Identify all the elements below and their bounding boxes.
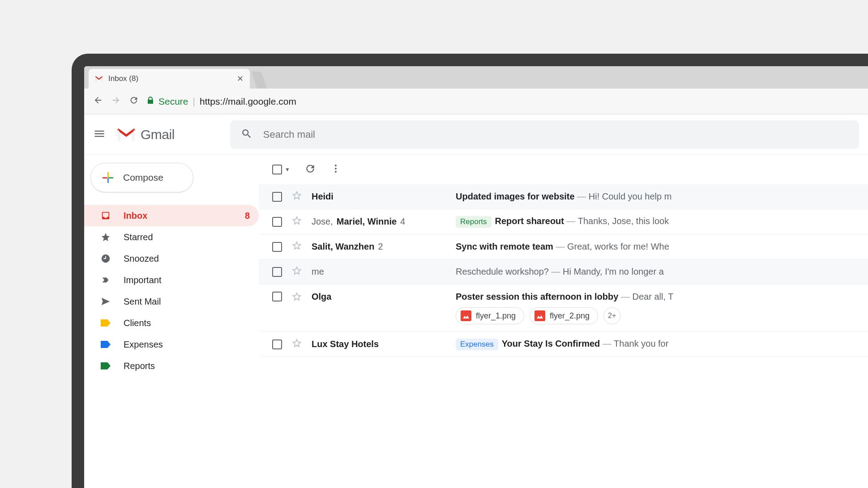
email-snippet: Hi Mandy, I'm no longer a [563,267,664,276]
star-icon[interactable] [292,216,302,228]
sidebar-item-snoozed[interactable]: Snoozed [84,248,259,269]
clock-icon [100,254,111,263]
gmail-header: Gmail [84,115,868,155]
email-body: Poster session this afternoon in lobby —… [456,292,855,324]
back-button[interactable] [93,95,103,107]
search-bar[interactable] [230,120,859,149]
email-checkbox[interactable] [272,292,282,301]
label-icon [100,319,111,327]
category-label: Expenses [456,339,498,350]
star-icon[interactable] [292,241,302,253]
sidebar-item-clients[interactable]: Clients [84,312,259,334]
lock-icon [147,96,154,107]
email-subject: Your Stay Is Confirmed [502,339,600,348]
sidebar-item-starred[interactable]: Starred [84,226,259,248]
new-tab-button[interactable] [252,72,267,89]
email-body: Updated images for website — Hi! Could y… [456,191,855,202]
important-icon [100,275,111,285]
email-sender: Olga [312,292,446,302]
chevron-down-icon: ▼ [285,166,290,173]
email-body: Sync with remote team — Great, works for… [456,242,855,252]
browser-address-bar: Secure | https://mail.google.com [84,89,868,115]
more-button[interactable] [330,163,341,176]
attachments: flyer_1.pngflyer_2.png2+ [456,307,855,324]
sidebar: Compose Inbox8StarredSnoozedImportantSen… [84,155,259,488]
email-row[interactable]: Lux Stay HotelsExpensesYour Stay Is Conf… [259,332,868,357]
email-list: HeidiUpdated images for website — Hi! Co… [259,184,868,357]
search-icon [241,128,252,141]
more-attachments[interactable]: 2+ [603,307,620,324]
email-snippet: Thank you for [614,339,668,348]
svg-point-2 [335,171,337,173]
gmail-logo[interactable]: Gmail [116,127,175,142]
email-checkbox[interactable] [272,267,282,277]
reload-button[interactable] [129,95,139,107]
nav-label: Starred [124,232,153,242]
sidebar-item-important[interactable]: Important [84,269,259,291]
tab-title: Inbox (8) [108,74,138,83]
close-tab-icon[interactable]: ✕ [237,74,244,84]
email-row[interactable]: OlgaPoster session this afternoon in lob… [259,284,868,332]
email-snippet: Thanks, Jose, this look [578,216,669,226]
email-checkbox[interactable] [272,192,282,202]
email-row[interactable]: Jose, Mariel, Winnie 4ReportsReport shar… [259,209,868,234]
url-display[interactable]: Secure | https://mail.google.com [147,96,296,107]
attachment-chip[interactable]: flyer_2.png [530,307,598,324]
svg-point-1 [335,168,337,170]
refresh-button[interactable] [304,163,316,176]
nav-label: Inbox [124,211,147,221]
url-text: https://mail.google.com [200,96,296,107]
browser-tab[interactable]: Inbox (8) ✕ [89,69,250,89]
sidebar-item-sent-mail[interactable]: Sent Mail [84,291,259,312]
sidebar-item-expenses[interactable]: Expenses [84,334,259,355]
email-body: ReportsReport shareout — Thanks, Jose, t… [456,216,855,228]
gmail-m-icon [116,127,136,142]
compose-button[interactable]: Compose [90,163,193,192]
image-icon [461,310,471,321]
svg-point-0 [335,165,337,166]
screen: Inbox (8) ✕ Secure | https://mail.google… [84,66,868,488]
email-subject: Poster session this afternoon in lobby [456,292,618,301]
email-subject: Report shareout [495,216,564,226]
menu-icon[interactable] [93,127,106,142]
sidebar-item-reports[interactable]: Reports [84,355,259,377]
email-sender: Lux Stay Hotels [312,339,446,349]
gmail-brand-text: Gmail [141,127,175,142]
sidebar-item-inbox[interactable]: Inbox8 [84,205,259,226]
gmail-icon [95,76,103,82]
email-sender: Jose, Mariel, Winnie 4 [312,216,446,227]
email-toolbar: ▼ [259,155,868,184]
nav-label: Reports [124,361,155,371]
compose-label: Compose [123,172,163,183]
forward-button[interactable] [111,95,121,107]
email-subject: Sync with remote team [456,242,553,251]
image-icon [534,310,545,321]
inbox-icon [100,211,111,221]
email-sender: me [312,267,446,277]
attachment-chip[interactable]: flyer_1.png [456,307,524,324]
star-icon[interactable] [292,292,302,304]
nav-label: Expenses [124,339,163,350]
label-icon [100,362,111,369]
content: ▼ HeidiUpdated images for website — Hi! … [259,155,868,488]
checkbox-icon [272,165,282,174]
browser-tab-strip: Inbox (8) ✕ [84,66,868,89]
star-icon[interactable] [292,266,302,278]
email-sender: Salit, Wanzhen 2 [312,242,446,252]
star-icon[interactable] [292,338,302,350]
email-checkbox[interactable] [272,217,282,227]
star-icon[interactable] [292,191,302,203]
search-input[interactable] [263,129,848,140]
email-subject: Reschedule workshop? [456,267,549,276]
select-all[interactable]: ▼ [272,165,290,174]
nav-count: 8 [245,211,250,221]
email-checkbox[interactable] [272,339,282,349]
star-icon [100,232,111,242]
email-row[interactable]: meReschedule workshop? — Hi Mandy, I'm n… [259,259,868,284]
nav-label: Important [124,275,161,285]
email-sender: Heidi [312,191,446,202]
label-icon [100,341,111,348]
email-checkbox[interactable] [272,242,282,252]
email-row[interactable]: Salit, Wanzhen 2Sync with remote team — … [259,234,868,259]
email-row[interactable]: HeidiUpdated images for website — Hi! Co… [259,184,868,209]
